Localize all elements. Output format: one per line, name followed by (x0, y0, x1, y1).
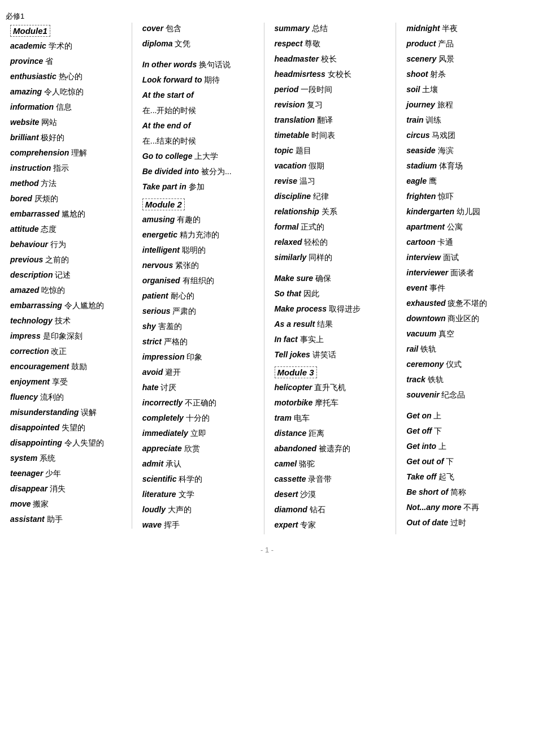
item-english: journey (406, 100, 435, 109)
item-english: formal (275, 222, 299, 231)
item-english: cover (142, 24, 163, 33)
col2-m2-list: amusing 有趣的energetic 精力充沛的intelligent 聪明… (142, 214, 259, 531)
item-chinese: 面试 (441, 253, 459, 262)
list-item: diploma 文凭 (142, 38, 259, 50)
item-chinese: 有趣的 (175, 215, 201, 224)
item-english: embarrassed (10, 209, 59, 218)
item-english: respect (275, 39, 303, 48)
list-item: Be divided into 被分为... (142, 166, 259, 178)
list-item: journey 旅程 (406, 99, 524, 111)
item-english: impression (142, 352, 185, 361)
list-item: exhausted 疲惫不堪的 (406, 297, 524, 309)
item-chinese: 纪律 (311, 192, 329, 201)
item-english: incorrectly (142, 398, 183, 407)
list-item: seaside 海滨 (406, 145, 524, 157)
column-1: Module1 academic 学术的province 省enthusiast… (6, 23, 132, 529)
list-item: diamond 钻石 (275, 504, 392, 516)
item-chinese: 上 (436, 442, 446, 451)
item-english: tram (275, 413, 292, 422)
item-chinese: 射杀 (428, 70, 446, 79)
item-chinese: 被分为... (199, 167, 232, 176)
item-chinese: 严肃的 (171, 306, 197, 316)
item-english: translation (275, 115, 315, 124)
item-chinese: 被遗弃的 (316, 444, 350, 453)
item-english: Be divided into (142, 167, 199, 176)
item-chinese: 鹰 (427, 176, 437, 185)
list-item: avoid 避开 (142, 366, 259, 378)
item-chinese: 享受 (50, 377, 68, 386)
item-english: Get out of (406, 457, 444, 466)
item-chinese: 疲惫不堪的 (446, 299, 488, 308)
item-chinese: 一段时间 (298, 85, 332, 94)
item-english: Look forward to (142, 75, 202, 84)
item-english: technology (10, 316, 53, 325)
list-item: Not...any more 不再 (406, 502, 524, 513)
item-english: product (406, 39, 436, 48)
item-text: At the end of (142, 121, 191, 130)
item-english: academic (10, 41, 46, 50)
item-chinese: 理解 (69, 148, 87, 157)
item-text: At the start of (142, 90, 194, 100)
item-chinese: 是印象深刻 (41, 331, 83, 340)
list-item: apartment 公寓 (406, 221, 524, 233)
list-item: ceremony 仪式 (406, 358, 524, 370)
list-item: eagle 鹰 (406, 175, 524, 187)
item-chinese: 学术的 (46, 41, 72, 50)
list-item: event 事件 (406, 282, 524, 294)
list-item: topic 题目 (275, 145, 392, 157)
item-chinese: 摩托车 (312, 398, 338, 407)
item-chinese: 热心的 (57, 72, 83, 81)
item-english: strict (142, 337, 162, 346)
item-english: kindergarten (406, 207, 454, 216)
item-english: discipline (275, 192, 311, 201)
item-chinese: 指示 (51, 163, 69, 172)
list-item: intelligent 聪明的 (142, 244, 259, 256)
item-chinese: 铁轨 (418, 344, 436, 353)
item-chinese: 起飞 (436, 472, 454, 481)
item-english: Take part in (142, 182, 186, 191)
item-english: bored (10, 194, 32, 203)
item-english: revision (275, 100, 305, 109)
item-chinese: 不再 (462, 503, 480, 512)
item-chinese: 省 (43, 57, 53, 66)
list-item: fluency 流利的 (10, 391, 127, 403)
item-chinese: 令人失望的 (62, 438, 104, 447)
list-item: Tell jokes 讲笑话 (275, 349, 392, 361)
item-chinese: 专家 (298, 520, 316, 529)
item-english: In other words (142, 60, 197, 69)
item-chinese: 鼓励 (69, 362, 87, 371)
item-english: headmaster (275, 54, 319, 63)
item-english: disappear (10, 484, 47, 493)
list-item: As a result 结果 (275, 318, 392, 330)
item-english: admit (142, 459, 163, 468)
item-english: comprehension (10, 148, 69, 157)
item-english: ceremony (406, 360, 444, 369)
item-chinese: 复习 (305, 100, 323, 109)
item-chinese: 尴尬的 (59, 209, 85, 218)
list-item: comprehension 理解 (10, 147, 127, 159)
list-item: period 一段时间 (275, 84, 392, 96)
list-item: Take part in 参加 (142, 181, 259, 193)
item-english: loudly (142, 505, 166, 514)
item-chinese: 钻石 (307, 505, 325, 514)
item-chinese: 消失 (47, 484, 66, 493)
list-item: interview 面试 (406, 252, 524, 263)
item-chinese: 令人吃惊的 (42, 87, 84, 96)
item-chinese: 十分的 (184, 413, 210, 422)
list-item: academic 学术的 (10, 40, 127, 52)
list-item: amazed 吃惊的 (10, 284, 127, 296)
item-chinese: 误解 (79, 408, 97, 417)
item-chinese: 直升飞机 (312, 383, 346, 392)
item-english: method (10, 179, 39, 188)
list-item: amusing 有趣的 (142, 214, 259, 226)
item-english: encouragement (10, 362, 69, 371)
list-item: train 训练 (406, 114, 524, 126)
list-item: soil 土壤 (406, 84, 524, 96)
item-english: rail (406, 344, 418, 353)
item-english: diamond (275, 505, 307, 514)
item-english: energetic (142, 230, 177, 239)
item-chinese: 期待 (202, 75, 220, 84)
item-chinese: 体育场 (437, 161, 463, 170)
list-item: rail 铁轨 (406, 343, 524, 355)
col2-top-list: cover 包含diploma 文凭 (142, 23, 259, 50)
